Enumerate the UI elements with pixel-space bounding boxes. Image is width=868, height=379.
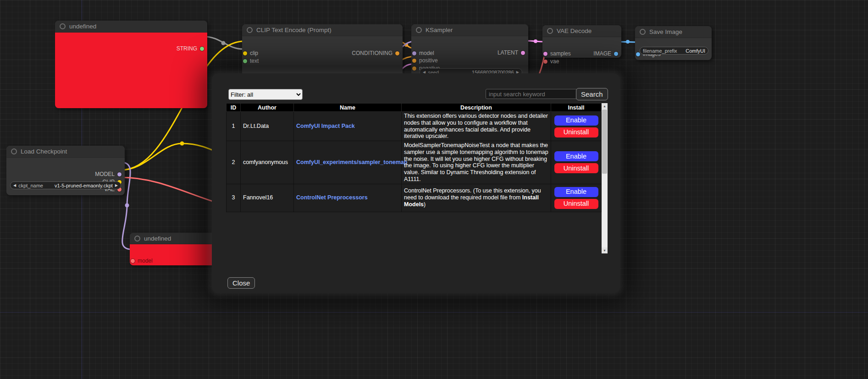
collapse-icon[interactable]: [247, 27, 253, 33]
collapse-icon[interactable]: [547, 28, 553, 34]
output-slot-model[interactable]: MODEL: [95, 171, 122, 177]
description-text: ): [424, 201, 426, 208]
extension-name: ComfyUI_experiments/sampler_tonemap: [294, 141, 402, 184]
node-title: undefined: [69, 23, 96, 30]
scroll-down-icon[interactable]: ▼: [602, 247, 608, 253]
uninstall-button[interactable]: Uninstall: [554, 127, 598, 137]
node-undefined-bottom[interactable]: undefined model: [130, 233, 216, 265]
slot-dot-positive[interactable]: [412, 59, 416, 63]
node-undefined-top[interactable]: undefined STRING: [55, 21, 207, 108]
input-slot-text[interactable]: text: [243, 58, 259, 64]
custom-nodes-dialog: Filter: all Search IDAuthorNameDescripti…: [212, 73, 620, 293]
filter-select[interactable]: Filter: all: [228, 89, 303, 100]
slot-label: samples: [550, 50, 571, 57]
slot-dot-model[interactable]: [131, 259, 135, 263]
slot-dot-string[interactable]: [200, 47, 204, 51]
collapse-icon[interactable]: [416, 27, 422, 33]
slot-dot-images[interactable]: [636, 52, 640, 56]
extension-id: 2: [227, 141, 241, 184]
slot-dot-model[interactable]: [117, 172, 122, 176]
slot-dot-clip[interactable]: [243, 51, 247, 55]
uninstall-button[interactable]: Uninstall: [554, 163, 598, 173]
wire-dot-string: [221, 41, 226, 45]
slot-label: MODEL: [95, 171, 115, 177]
slot-label: model: [419, 50, 434, 56]
slot-dot-vae[interactable]: [543, 60, 547, 64]
slot-label: vae: [550, 58, 559, 65]
extension-description: ModelSamplerTonemapNoiseTest a node that…: [402, 141, 551, 184]
enable-button[interactable]: Enable: [554, 115, 598, 126]
slot-dot-samples[interactable]: [543, 52, 547, 56]
node-header[interactable]: VAE Decode: [542, 25, 621, 37]
node-header[interactable]: undefined: [130, 233, 216, 244]
description-text: ControlNet Preprocessors. (To use this e…: [404, 187, 541, 201]
increment-arrow-icon[interactable]: ▶: [115, 183, 118, 187]
collapse-icon[interactable]: [11, 148, 17, 154]
search-button[interactable]: Search: [576, 88, 608, 100]
output-slot-conditioning[interactable]: CONDITIONING: [352, 50, 399, 56]
collapse-icon[interactable]: [60, 23, 66, 29]
extension-name: ComfyUI Impact Pack: [294, 112, 402, 141]
node-body: model: [130, 244, 216, 265]
input-slot-samples[interactable]: samples: [543, 50, 571, 57]
extension-author: comfyanonymous: [241, 141, 294, 184]
extension-link[interactable]: ComfyUI_experiments/sampler_tonemap: [296, 159, 407, 165]
slot-label: CONDITIONING: [352, 50, 393, 56]
search-input[interactable]: [486, 89, 577, 99]
node-header[interactable]: KSampler: [411, 24, 528, 36]
input-slot-vae[interactable]: vae: [543, 58, 559, 65]
node-body: STRING: [55, 33, 207, 108]
slot-label: positive: [419, 57, 438, 64]
ckpt-name-widget[interactable]: ◀ ckpt_name v1-5-pruned-emaonly.ckpt ▶: [10, 181, 121, 189]
slot-dot-text[interactable]: [243, 59, 247, 63]
slot-dot-negative[interactable]: [412, 66, 416, 71]
slot-label: STRING: [177, 45, 197, 52]
decrement-arrow-icon[interactable]: ◀: [13, 183, 16, 187]
input-slot-model[interactable]: model: [131, 258, 153, 264]
node-header[interactable]: CLIP Text Encode (Prompt): [242, 24, 403, 36]
slot-label: LATENT: [498, 49, 518, 56]
node-header[interactable]: Save Image: [635, 26, 712, 38]
scroll-up-icon[interactable]: ▲: [602, 103, 608, 109]
extension-link[interactable]: ComfyUI Impact Pack: [296, 123, 355, 129]
filename-prefix-widget[interactable]: filename_prefix ComfyUI: [640, 47, 708, 55]
slot-dot-image[interactable]: [614, 52, 618, 56]
close-button[interactable]: Close: [227, 277, 255, 289]
node-header[interactable]: undefined: [55, 21, 207, 33]
node-vae-decode[interactable]: VAE Decode samples vae IMAGE: [542, 25, 621, 58]
input-slot-positive[interactable]: positive: [412, 57, 438, 64]
column-header: Install: [551, 104, 602, 112]
slot-dot-conditioning[interactable]: [395, 51, 399, 55]
table-scrollbar[interactable]: ▲ ▼: [602, 103, 608, 253]
wire-dot-model: [125, 203, 129, 208]
extension-author: Fannovel16: [241, 184, 294, 212]
input-slot-clip[interactable]: clip: [243, 50, 258, 56]
node-title: CLIP Text Encode (Prompt): [256, 27, 332, 33]
node-save-image[interactable]: Save Image images filename_prefix ComfyU…: [635, 26, 712, 60]
collapse-icon[interactable]: [134, 236, 140, 242]
node-title: VAE Decode: [557, 27, 592, 34]
node-header[interactable]: Load Checkpoint: [6, 146, 125, 158]
slot-dot-latent[interactable]: [521, 51, 525, 55]
enable-button[interactable]: Enable: [554, 151, 598, 161]
extensions-table: IDAuthorNameDescriptionInstall 1Dr.Lt.Da…: [226, 103, 602, 212]
widget-label: filename_prefix: [643, 48, 677, 54]
collapse-icon[interactable]: [640, 29, 646, 35]
extension-id: 1: [227, 112, 241, 141]
node-load-checkpoint[interactable]: Load Checkpoint MODEL CLIP VAE ◀ ckpt_na…: [6, 146, 125, 195]
output-slot-image[interactable]: IMAGE: [593, 50, 618, 57]
extension-actions: EnableUninstall: [551, 141, 602, 184]
table-header-row: IDAuthorNameDescriptionInstall: [227, 104, 602, 112]
widget-label: ckpt_name: [18, 183, 43, 188]
extension-link[interactable]: ControlNet Preprocessors: [296, 194, 368, 201]
column-header: Name: [294, 104, 402, 112]
output-slot-latent[interactable]: LATENT: [498, 49, 525, 56]
wire-dot-latent: [534, 39, 537, 43]
scrollbar-thumb[interactable]: [602, 110, 607, 174]
column-header: ID: [227, 104, 241, 112]
slot-dot-model[interactable]: [412, 51, 416, 55]
output-slot-string[interactable]: STRING: [177, 45, 204, 52]
input-slot-model[interactable]: model: [412, 50, 434, 56]
uninstall-button[interactable]: Uninstall: [554, 199, 598, 209]
enable-button[interactable]: Enable: [554, 187, 598, 197]
